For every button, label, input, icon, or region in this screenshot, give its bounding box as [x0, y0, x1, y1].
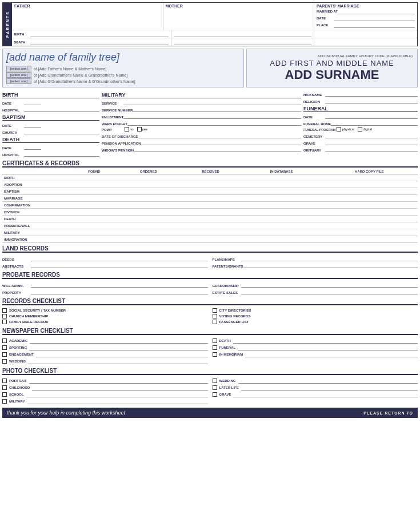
- main-details: BIRTH DATE HOSPITAL BAPTISM DATE CHURCH …: [2, 90, 418, 158]
- pow-no[interactable]: no: [125, 127, 136, 132]
- pow-yes-checkbox[interactable]: [137, 127, 142, 132]
- checkbox[interactable]: [2, 385, 7, 390]
- physical-checkbox[interactable]: [337, 127, 341, 132]
- father-death-line: [30, 39, 169, 45]
- newspaper-checklist-left: ACADEMICSPORTINGENGAGEMENTWEDDING: [2, 337, 208, 365]
- cert-col-received: RECEIVED: [179, 169, 242, 174]
- check-field: [36, 352, 207, 357]
- select-3[interactable]: [select one]: [6, 78, 31, 84]
- checkbox[interactable]: [2, 314, 7, 318]
- list-item: LATER LIFE: [213, 385, 418, 390]
- grave-row: GRAVE: [303, 140, 418, 145]
- land-left-col: DEEDS ABSTRACTS: [2, 254, 208, 269]
- place-marriage-row: PLACE: [317, 22, 415, 28]
- left-col: BIRTH DATE HOSPITAL BAPTISM DATE CHURCH …: [2, 90, 99, 158]
- newspaper-checklist-section: NEWSPAPER CHECKLIST ACADEMICSPORTINGENGA…: [2, 328, 418, 365]
- list-item: ACADEMIC: [2, 338, 208, 344]
- checkbox[interactable]: [213, 308, 217, 313]
- cert-header: CERTIFICATES & RECORDS: [2, 160, 418, 168]
- footer-thank-you: thank you for your help in completing th…: [7, 410, 125, 416]
- select-2[interactable]: [select one]: [6, 72, 31, 78]
- checkbox[interactable]: [2, 378, 7, 383]
- photo-checklist-left: PORTRAITCHILDHOODSCHOOLMILITARY: [2, 377, 208, 405]
- place-marriage-field: [334, 22, 415, 28]
- checkbox[interactable]: [213, 352, 217, 357]
- married-at-row: MARRIED AT: [317, 9, 415, 14]
- table-row: IMMIGRATION: [2, 236, 418, 243]
- checkbox[interactable]: [2, 392, 7, 397]
- mother-death-field: [171, 38, 315, 46]
- death-hospital-field: [24, 151, 99, 157]
- pow-yes[interactable]: yes: [137, 127, 150, 132]
- footer-return: PLEASE RETURN TO: [363, 411, 413, 415]
- plans-row: PLANS/MAPS: [213, 256, 418, 261]
- check-field: [241, 385, 418, 390]
- widows-pension-row: WIDOW'S PENSION: [102, 146, 301, 152]
- check-field: [245, 352, 418, 357]
- digital-checkbox[interactable]: [358, 127, 362, 132]
- death-header: DEATH: [2, 137, 99, 143]
- check-field: [28, 358, 208, 364]
- list-item: SCHOOL: [2, 392, 208, 397]
- guardianship-row: GUARDIANSHIP: [213, 282, 418, 288]
- checkbox[interactable]: [213, 314, 217, 318]
- funeral-program-row: FUNERAL PROGRAM physical digital: [303, 127, 418, 132]
- photo-checklist-grid: PORTRAITCHILDHOODSCHOOLMILITARY WEDDINGL…: [2, 377, 418, 405]
- table-row: MARRIAGE: [2, 195, 418, 202]
- records-checklist-section: RECORDS CHECKLIST SOCIAL SECURITY / TAX …: [2, 298, 418, 325]
- discharge-row: DATE OF DISCHARGE: [102, 133, 301, 138]
- checkbox[interactable]: [2, 345, 7, 350]
- individual-code-label: ADD INDIVIDUAL FAMILY HISTORY CODE (IF A…: [251, 54, 413, 58]
- physical-check[interactable]: physical: [337, 127, 357, 132]
- photo-checklist-section: PHOTO CHECKLIST PORTRAITCHILDHOODSCHOOLM…: [2, 368, 418, 405]
- checkbox[interactable]: [2, 399, 7, 404]
- table-row: PROBATE/WILL: [2, 222, 418, 229]
- baptism-date-row: DATE: [2, 122, 99, 127]
- checkbox[interactable]: [213, 338, 217, 343]
- pow-no-checkbox[interactable]: [125, 127, 129, 132]
- service-field: [123, 99, 301, 105]
- checkbox[interactable]: [2, 338, 7, 343]
- grave-field: [325, 140, 418, 145]
- checkbox[interactable]: [2, 320, 7, 324]
- check-field: [238, 378, 418, 384]
- newspaper-checklist-header: NEWSPAPER CHECKLIST: [2, 328, 418, 335]
- check-field: [32, 385, 207, 390]
- family-tree-box: [add name of family tree] [select one] o…: [2, 49, 244, 87]
- land-records-header: LAND RECORDS: [2, 245, 418, 253]
- photo-checklist-right: WEDDINGLATER LIFEGRAVE: [213, 377, 418, 405]
- list-item: FUNERAL: [213, 345, 418, 350]
- baptism-header: BAPTISM: [2, 114, 99, 121]
- list-item: SOCIAL SECURITY / TAX NUMBER: [2, 308, 208, 313]
- death-date-row: DATE: [2, 144, 99, 150]
- enlistment-row: ENLISTMENT: [102, 113, 301, 119]
- checkbox[interactable]: [213, 320, 217, 324]
- checkbox[interactable]: [213, 392, 217, 397]
- surname: ADD SURNAME: [251, 67, 413, 82]
- checkbox[interactable]: [2, 308, 7, 313]
- select-1[interactable]: [select one]: [6, 66, 31, 71]
- checkbox[interactable]: [2, 352, 7, 357]
- probate-left-col: WILL ADMIN. PROPERTY: [2, 281, 208, 296]
- digital-check[interactable]: digital: [358, 127, 374, 132]
- photo-checklist-header: PHOTO CHECKLIST: [2, 368, 418, 375]
- select-text-1: of [Add Father's Name & Mother's Name]: [34, 67, 107, 71]
- checkbox[interactable]: [2, 359, 7, 364]
- abstracts-field: [31, 262, 208, 268]
- list-item: IN MEMORIAM: [213, 352, 418, 357]
- pension-row: PENSION APPLICATION: [102, 140, 301, 145]
- checkbox[interactable]: [213, 385, 217, 390]
- checkbox[interactable]: [213, 345, 217, 350]
- list-item: VOTING RECORDS: [213, 314, 418, 318]
- check-field: [29, 378, 208, 384]
- property-field: [31, 289, 208, 294]
- select-row-1: [select one] of [Add Father's Name & Mot…: [6, 66, 240, 71]
- death-hospital-row: HOSPITAL: [2, 151, 99, 157]
- birth-date-row: DATE: [2, 99, 99, 105]
- table-row: MILITARY: [2, 229, 418, 236]
- mid-col: MILITARY SERVICE SERVICE NUMBER ENLISTME…: [102, 90, 301, 158]
- checkbox[interactable]: [213, 378, 217, 383]
- check-field: [27, 399, 208, 404]
- parents-grid: FATHER MOTHER PARENTS' MARRIAGE MARRIED …: [12, 3, 417, 46]
- table-row: DIVORCE: [2, 209, 418, 216]
